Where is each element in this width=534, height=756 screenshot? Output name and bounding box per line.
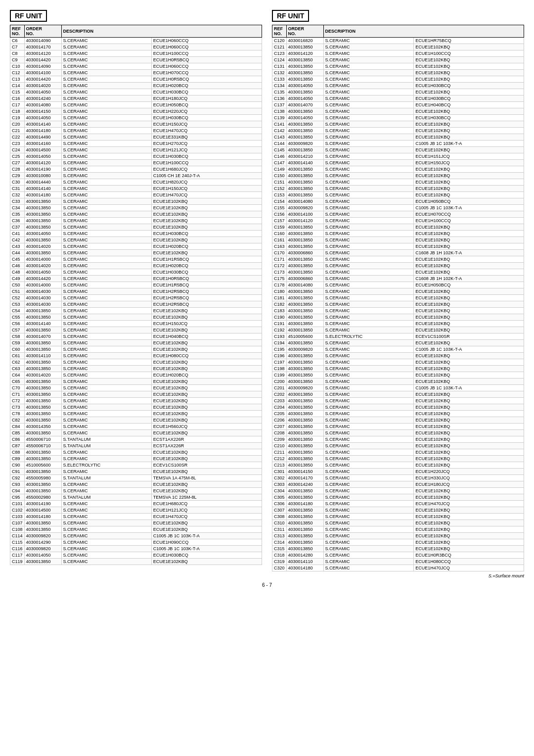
table-cell: 4030013850 <box>286 449 323 456</box>
table-row: C304030014440S.CERAMICECUE1H820JCQ <box>10 179 262 186</box>
table-cell: C205 <box>272 411 287 417</box>
table-cell: S.CERAMIC <box>61 237 151 243</box>
table-row: C1314030013850S.CERAMICECUE1E102KBQ <box>272 63 524 70</box>
table-cell: C14 <box>10 83 25 89</box>
table-cell: C204 <box>272 404 287 411</box>
table-cell: C124 <box>272 57 287 63</box>
table-cell: C8 <box>10 50 25 57</box>
table-cell: S.CERAMIC <box>323 308 414 314</box>
table-row: C2114030013850S.CERAMICECUE1E102KBQ <box>272 449 524 456</box>
right-section-title: RF UNIT <box>272 10 309 22</box>
table-cell: C123 <box>272 50 287 57</box>
table-cell: C55 <box>10 314 25 321</box>
table-row: C544030013850S.CERAMICECUE1E102KBQ <box>10 308 262 314</box>
table-row: C484030014050S.CERAMICECUE1H030BCQ <box>10 269 262 276</box>
table-cell: S.CERAMIC <box>61 288 151 295</box>
table-cell: 4030014120 <box>286 50 323 57</box>
table-cell: ECUE1E102KBQ <box>414 514 524 520</box>
table-cell: S.CERAMIC <box>61 520 151 526</box>
table-cell: ECUE1E102KBQ <box>414 263 524 269</box>
table-cell: S.CERAMIC <box>323 353 414 359</box>
table-row: C1614030013850S.CERAMICECUE1E102KBQ <box>272 237 524 243</box>
table-cell: 4030013850 <box>24 385 61 391</box>
table-cell: C7 <box>10 44 25 50</box>
table-cell: ECUE1E102KBQ <box>414 269 524 276</box>
left-header-ref: REFNO. <box>10 25 25 38</box>
table-cell: S.CERAMIC <box>323 153 414 160</box>
table-cell: C208 <box>272 430 287 436</box>
table-cell: ECUE1H030BCQ <box>151 89 262 95</box>
table-cell: 4030013850 <box>24 417 61 424</box>
table-cell: S.CERAMIC <box>323 243 414 250</box>
table-cell: 4030013850 <box>286 121 323 128</box>
table-cell: C59 <box>10 340 25 346</box>
table-cell: C46 <box>10 263 25 269</box>
table-cell: 4030013850 <box>24 398 61 404</box>
table-cell: ECUE1H080CCQ <box>414 559 524 565</box>
table-cell: C212 <box>272 456 287 462</box>
table-row: C1334030013850S.CERAMICECUE1E102KBQ <box>272 76 524 83</box>
table-cell: S.CERAMIC <box>323 83 414 89</box>
table-cell: ECUE1H030BCQ <box>151 115 262 121</box>
table-cell: ECUE1E102KBQ <box>414 417 524 424</box>
table-cell: S.CERAMIC <box>323 430 414 436</box>
table-cell: ECUE1E102KBQ <box>414 378 524 385</box>
table-cell: S.CERAMIC <box>61 424 151 430</box>
table-row: C894030013850S.CERAMICECUE1E102KBQ <box>10 456 262 462</box>
table-cell: C136 <box>272 95 287 102</box>
table-cell: 4030013850 <box>286 378 323 385</box>
table-cell: S.CERAMIC <box>61 50 151 57</box>
table-cell: 4030013850 <box>24 449 61 456</box>
table-cell: S.CERAMIC <box>61 346 151 353</box>
table-row: C724030013850S.CERAMICECUE1E102KBQ <box>10 398 262 404</box>
table-cell: C152 <box>272 186 287 192</box>
table-cell: S.CERAMIC <box>61 417 151 424</box>
table-row: C3194030014110S.CERAMICECUE1H080CCQ <box>272 559 524 565</box>
table-row: C1194030013850S.CERAMICECUE1E102KBQ <box>10 559 262 565</box>
table-cell: S.CERAMIC <box>323 115 414 121</box>
table-cell: S.CERAMIC <box>323 205 414 211</box>
table-row: C1364030014050S.CERAMICECUE1H030BCQ <box>272 95 524 102</box>
table-cell: ECUE1E102KBQ <box>414 108 524 115</box>
table-cell: S.CERAMIC <box>61 514 151 520</box>
table-cell: S.CERAMIC <box>61 366 151 372</box>
table-row: C1154030014290S.CERAMICECUE1H090CCQ <box>10 539 262 546</box>
table-row: C1524030013850S.CERAMICECUE1E102KBQ <box>272 186 524 192</box>
table-cell: ECUE1E102KBQ <box>414 533 524 539</box>
table-row: C614030014110S.CERAMICECUE1H080CCQ <box>10 353 262 359</box>
table-cell: 4030013850 <box>286 57 323 63</box>
table-row: C1574030014120S.CERAMICECUE1H100CCQ <box>272 218 524 224</box>
table-row: C294030010080S.CERAMICC1005 CH 1E 240J-T… <box>10 173 262 179</box>
table-row: C3184030014280S.CERAMICECUE1H0R3BCQ <box>272 552 524 559</box>
table-cell: 4030013850 <box>286 134 323 141</box>
table-cell: ECUE1H020BCQ <box>151 372 262 378</box>
table-cell: 4030014050 <box>24 153 61 160</box>
table-cell: S.CERAMIC <box>323 102 414 108</box>
table-row: C424030013850S.CERAMICECUE1E102KBQ <box>10 237 262 243</box>
table-cell: ECUE1E102KBQ <box>151 417 262 424</box>
table-cell: ECUE1E102KBQ <box>414 539 524 546</box>
table-cell: S.CERAMIC <box>323 141 414 147</box>
table-cell: S.CERAMIC <box>61 141 151 147</box>
table-cell: C211 <box>272 449 287 456</box>
table-cell: 4030013850 <box>286 63 323 70</box>
table-row: C524030014030S.CERAMICECUE1H2R5BCQ <box>10 295 262 301</box>
table-cell: C16 <box>10 95 25 102</box>
table-cell: C93 <box>10 481 25 488</box>
table-cell: S.CERAMIC <box>323 301 414 308</box>
table-cell: ECUE1E102KBQ <box>151 430 262 436</box>
table-row: C514030014030S.CERAMICECUE1H2R5BCQ <box>10 288 262 295</box>
footnote: S.=Surface mount <box>272 573 524 578</box>
table-cell: S.CERAMIC <box>61 507 151 514</box>
table-cell: ECUE1H560JCQ <box>151 424 262 430</box>
table-row: C1454030013850S.CERAMICECUE1E102KBQ <box>272 147 524 153</box>
table-row: C3074030013850S.CERAMICECUE1E102KBQ <box>272 507 524 514</box>
table-cell: 4030013850 <box>24 469 61 475</box>
table-row: C554030013850S.CERAMICECUE1E102KBQ <box>10 314 262 321</box>
table-cell: ECUE1H121JCQ <box>151 507 262 514</box>
table-row: C3144030013850S.CERAMICECUE1E102KBQ <box>272 539 524 546</box>
table-cell: ECUE1E102KBQ <box>151 559 262 565</box>
table-cell: 4030013850 <box>286 166 323 173</box>
table-cell: ECUE1H470JCQ <box>414 501 524 507</box>
table-row: C914030013850S.CERAMICECUE1E102KBQ <box>10 469 262 475</box>
